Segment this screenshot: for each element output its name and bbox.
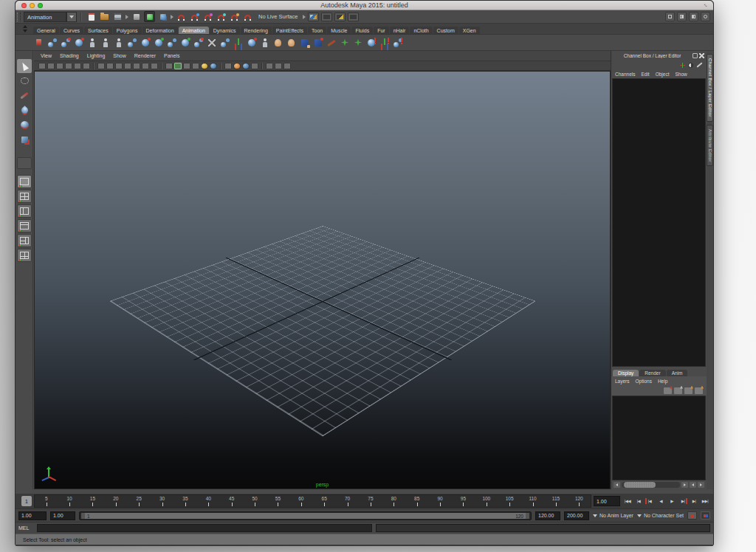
speed-state-icon[interactable] [688, 63, 693, 68]
bone-link-icon[interactable] [126, 37, 138, 49]
ipr-render-button[interactable] [334, 13, 346, 21]
range-slider[interactable]: 1 120 [79, 511, 532, 520]
snapshot-icon[interactable] [275, 63, 282, 69]
joint-pins-icon[interactable] [179, 37, 191, 49]
grid-toggle-icon[interactable] [83, 63, 90, 69]
shelf-tab[interactable]: Animation [179, 27, 209, 34]
exposure-icon[interactable] [233, 63, 241, 69]
scroll-right-button-2[interactable] [698, 482, 704, 488]
toggle-attribute-editor-button[interactable] [689, 12, 698, 21]
shelf-tab[interactable]: Deformation [142, 27, 178, 34]
playback-start-field[interactable] [50, 511, 75, 520]
select-tool-button[interactable] [17, 59, 32, 73]
select-by-component-button[interactable] [157, 11, 168, 22]
layout-three-pane-button[interactable] [17, 234, 32, 247]
render-current-frame-button[interactable] [321, 13, 332, 21]
field-chart-icon[interactable] [124, 63, 131, 69]
layer-editor-tab[interactable]: Display [613, 370, 639, 376]
shelf-tab[interactable]: PaintEffects [272, 27, 307, 34]
shelf-tab[interactable]: XGen [459, 27, 480, 34]
shelf-tab[interactable]: nHair [390, 27, 410, 34]
shelf-menu-gutter[interactable] [17, 24, 33, 34]
shelf-tab[interactable]: Custom [433, 27, 458, 34]
scrollbar-track[interactable] [622, 482, 680, 488]
collapse-chevron-icon[interactable] [303, 15, 306, 19]
bookmarks-icon[interactable] [47, 63, 55, 69]
shelf-tab[interactable]: Fluids [351, 27, 373, 34]
manipulator-icon[interactable] [680, 63, 685, 68]
character-pair-icon[interactable] [100, 37, 111, 49]
toggle-tool-settings-button[interactable] [677, 12, 687, 21]
collapse-chevron-icon[interactable] [126, 15, 128, 19]
pin-icon[interactable] [693, 53, 698, 58]
star-icon[interactable] [339, 37, 351, 49]
channel-box-body[interactable] [612, 78, 706, 367]
face-icon[interactable] [286, 37, 298, 49]
panel-menu-item[interactable]: Show [113, 53, 126, 58]
last-tool-slot[interactable] [17, 157, 32, 169]
detach-icon[interactable] [206, 37, 218, 49]
command-line-mode-label[interactable]: MEL [18, 525, 33, 531]
axis-tripod-icon[interactable] [233, 37, 244, 49]
snap-to-view-plane-button[interactable] [229, 11, 240, 22]
shelf-tab[interactable]: General [33, 27, 59, 34]
shelf-tab[interactable]: Dynamics [210, 27, 240, 34]
animation-start-field[interactable] [18, 511, 47, 520]
layout-four-pane-button[interactable] [17, 190, 32, 203]
close-icon[interactable] [699, 53, 704, 58]
move-layer-down-icon[interactable] [674, 387, 682, 394]
scroll-left-button[interactable] [614, 482, 620, 488]
paint-select-tool-button[interactable] [17, 89, 32, 103]
hand-icon[interactable] [299, 37, 311, 49]
animation-preferences-button[interactable] [701, 511, 710, 520]
hand-arrow-icon[interactable] [312, 37, 324, 49]
hyperbolic-icon[interactable] [696, 62, 702, 67]
menu-set-dropdown[interactable]: Animation [24, 12, 77, 22]
shadows-icon[interactable] [192, 63, 199, 69]
new-empty-layer-icon[interactable] [684, 387, 693, 394]
snap-to-grid-button[interactable] [176, 11, 187, 22]
joint-dot-icon[interactable] [153, 37, 165, 49]
panel-menu-item[interactable]: Lighting [87, 53, 106, 58]
shelf-tab[interactable]: nCloth [410, 27, 432, 34]
layer-editor-menu-item[interactable]: Options [636, 379, 652, 384]
layer-editor-tab[interactable]: Anim [667, 370, 688, 376]
layout-single-pane-button[interactable] [17, 175, 32, 188]
perspective-viewport[interactable]: persp [34, 71, 611, 489]
time-slider-track[interactable]: 5 10 15 20 25 30 35 40 [34, 494, 591, 508]
playback-end-field[interactable] [535, 511, 560, 520]
new-scene-button[interactable] [86, 11, 97, 22]
paint-brush-icon[interactable] [326, 37, 337, 49]
snap-to-curve-button[interactable] [189, 11, 200, 22]
marker-icon[interactable] [33, 37, 45, 49]
panel-menu-item[interactable]: Shading [60, 53, 79, 58]
gate-mask-icon[interactable] [115, 63, 123, 69]
joint-chain-rotate-icon[interactable] [60, 37, 72, 49]
snap-to-point-button[interactable] [202, 11, 213, 22]
render-settings-button[interactable] [348, 13, 359, 21]
channel-box-menu-item[interactable]: Show [675, 72, 687, 77]
isolate-select-icon[interactable] [224, 63, 232, 69]
shelf-tab[interactable]: Fur [374, 27, 389, 34]
shaded-mode-icon[interactable] [165, 63, 173, 69]
panel-menu-item[interactable]: View [41, 53, 52, 58]
animation-end-field[interactable] [564, 511, 589, 520]
screen-space-ao-icon[interactable] [201, 63, 208, 69]
layer-editor-menu-item[interactable]: Layers [615, 379, 630, 384]
film-gate-icon[interactable] [97, 63, 105, 69]
collapse-chevron-icon[interactable] [171, 15, 173, 19]
toggle-channel-box-button[interactable] [701, 12, 710, 21]
camera-attributes-icon[interactable] [38, 63, 46, 69]
rotate-tool-button[interactable] [17, 118, 32, 132]
shelf-tab[interactable]: Toon [308, 27, 326, 34]
joint-pair-icon[interactable] [219, 37, 231, 49]
toggle-modeling-toolkit-button[interactable] [665, 12, 675, 21]
shelf-tab[interactable]: Surfaces [84, 27, 112, 34]
star-ball-icon[interactable] [352, 37, 364, 49]
playback-button[interactable]: |◀ [633, 496, 644, 506]
motion-blur-icon[interactable] [210, 63, 217, 69]
select-by-object-button[interactable] [144, 11, 155, 22]
safe-title-icon[interactable] [142, 63, 149, 69]
channel-box-menu-item[interactable]: Channels [615, 72, 635, 77]
open-scene-button[interactable] [99, 11, 110, 22]
